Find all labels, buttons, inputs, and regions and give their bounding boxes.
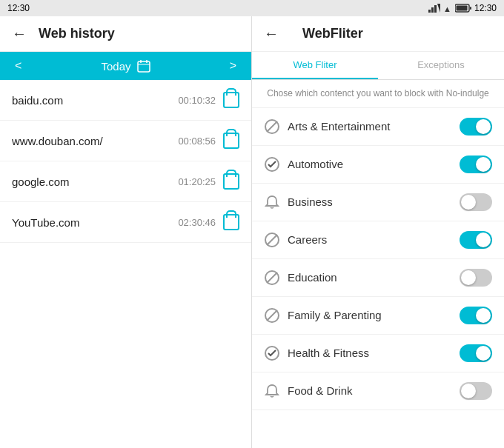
left-panel-title: Web history — [39, 26, 115, 41]
blocked-icon — [264, 118, 280, 135]
svg-line-17 — [267, 235, 277, 245]
lock-icon — [223, 133, 239, 149]
toggle-knob — [461, 195, 476, 210]
history-item-right: 00:08:56 — [178, 133, 239, 149]
filter-item[interactable]: Careers — [252, 221, 504, 259]
history-item-info: google.com — [12, 175, 70, 188]
svg-rect-6 — [456, 6, 467, 11]
left-back-button[interactable]: ← — [12, 25, 27, 42]
filter-toggle[interactable] — [460, 382, 492, 400]
filter-item-left: Careers — [264, 232, 327, 248]
history-list: baidu.com 00:10:32 www.douban.com/ 00:08… — [0, 80, 251, 448]
filter-item[interactable]: Family & Parenting — [252, 297, 504, 335]
svg-marker-3 — [437, 4, 440, 13]
svg-rect-0 — [428, 10, 431, 13]
filter-list: Arts & Entertainment Automotive — [252, 108, 504, 448]
battery-icon-right — [455, 4, 471, 13]
filter-toggle[interactable] — [460, 344, 492, 362]
history-item[interactable]: google.com 01:20:25 — [0, 161, 251, 202]
checked-icon — [264, 156, 280, 173]
filter-toggle[interactable] — [460, 118, 492, 136]
status-time-right: 12:30 — [474, 3, 497, 13]
bell-icon — [264, 194, 280, 210]
filter-toggle[interactable] — [460, 269, 492, 287]
date-next-button[interactable]: > — [224, 58, 242, 74]
filter-item[interactable]: Business — [252, 184, 504, 221]
svg-line-19 — [267, 273, 277, 283]
history-item-info: YouTube.com — [12, 216, 79, 229]
bell-icon — [264, 383, 280, 399]
filter-toggle[interactable] — [460, 156, 492, 173]
history-item-right: 02:30:46 — [178, 214, 239, 230]
webfilter-header: ← WebFliter — [252, 16, 504, 52]
filter-label: Family & Parenting — [288, 309, 382, 321]
history-item-right: 01:20:25 — [178, 173, 239, 190]
svg-rect-2 — [434, 5, 437, 13]
left-panel-header: ← Web history — [0, 16, 251, 52]
filter-item[interactable]: Arts & Entertainment — [252, 108, 504, 146]
tab-web-filter[interactable]: Web Fliter — [252, 52, 378, 79]
status-time-left: 12:30 — [7, 3, 30, 13]
toggle-knob — [476, 308, 491, 323]
history-item-right: 00:10:32 — [178, 92, 239, 108]
svg-line-21 — [267, 310, 277, 321]
toggle-knob — [476, 119, 491, 134]
filter-item-left: Business — [264, 194, 333, 210]
webfilter-title: WebFliter — [302, 26, 363, 41]
history-time: 00:08:56 — [178, 136, 216, 147]
tab-exceptions[interactable]: Exceptions — [378, 52, 504, 79]
history-url: www.douban.com/ — [12, 135, 103, 147]
status-bar: 12:30 ▲ 12:30 — [0, 0, 504, 16]
right-panel: ← WebFliter Web Fliter Exceptions Chose … — [252, 16, 504, 448]
history-time: 01:20:25 — [178, 176, 216, 187]
webfilter-back-button[interactable]: ← — [264, 25, 279, 42]
blocked-icon — [264, 307, 280, 324]
filter-item[interactable]: Automotive — [252, 146, 504, 184]
filter-toggle[interactable] — [460, 231, 492, 249]
status-bar-left: 12:30 — [7, 2, 30, 14]
filter-item-left: Automotive — [264, 156, 343, 173]
filter-label: Food & Drink — [288, 384, 353, 397]
history-item[interactable]: www.douban.com/ 00:08:56 — [0, 121, 251, 161]
toggle-knob — [461, 384, 476, 398]
filter-item-left: Arts & Entertainment — [264, 118, 390, 135]
svg-rect-7 — [470, 7, 471, 10]
filter-item-left: Food & Drink — [264, 383, 353, 399]
status-bar-right: ▲ 12:30 — [428, 2, 497, 14]
toggle-knob — [461, 270, 476, 285]
filter-toggle[interactable] — [460, 193, 492, 211]
current-date: Today — [101, 60, 130, 73]
filter-item-left: Family & Parenting — [264, 307, 382, 324]
filter-item[interactable]: Food & Drink — [252, 372, 504, 410]
filter-item[interactable]: Education — [252, 259, 504, 297]
lock-icon — [223, 214, 239, 230]
history-url: baidu.com — [12, 94, 63, 107]
history-time: 02:30:46 — [178, 217, 216, 228]
date-label: Today — [101, 59, 150, 73]
blocked-icon — [264, 232, 280, 248]
toggle-knob — [476, 346, 491, 361]
filter-description: Chose which contenct you want to block w… — [252, 80, 504, 108]
history-time: 00:10:32 — [178, 95, 216, 106]
toggle-knob — [476, 157, 491, 172]
wifi-icon: ▲ — [443, 4, 452, 13]
lock-icon — [223, 92, 239, 108]
history-item[interactable]: YouTube.com 02:30:46 — [0, 202, 251, 243]
filter-item[interactable]: Health & Fitness — [252, 335, 504, 372]
signal-icon — [428, 4, 440, 13]
checked-icon — [264, 345, 280, 361]
filter-toggle[interactable] — [460, 307, 492, 324]
history-item-info: www.douban.com/ — [12, 135, 103, 147]
date-navigation: < Today > — [0, 52, 251, 80]
svg-rect-8 — [138, 61, 150, 72]
date-prev-button[interactable]: < — [9, 58, 27, 74]
main-content: ← Web history < Today > — [0, 16, 504, 448]
svg-text:▲: ▲ — [443, 4, 451, 13]
history-item[interactable]: baidu.com 00:10:32 — [0, 80, 251, 121]
filter-label: Arts & Entertainment — [288, 120, 390, 133]
lock-icon — [223, 173, 239, 190]
filter-label: Education — [288, 271, 337, 284]
filter-label: Business — [288, 195, 333, 208]
filter-label: Careers — [288, 233, 327, 246]
filter-label: Automotive — [288, 158, 343, 170]
